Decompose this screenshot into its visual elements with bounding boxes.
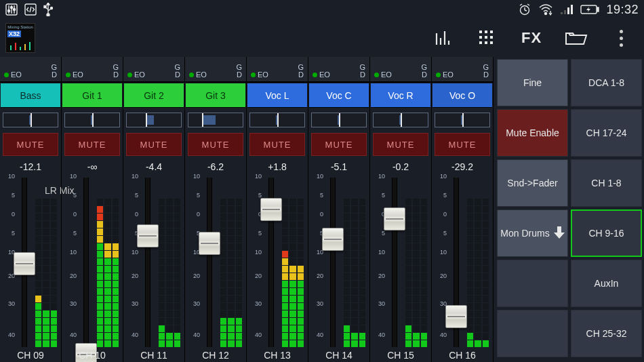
pan-indicator[interactable] [126,113,182,127]
svg-line-8 [30,7,31,12]
side-empty-1[interactable] [497,260,568,307]
fader-area: 1050510203040CH 11 [126,174,182,362]
fader-track[interactable] [83,178,89,347]
svg-rect-38 [485,41,487,44]
channel-name-plate[interactable]: Git 3 [186,83,245,108]
side-mon-drums[interactable]: Mon Drums [497,209,568,257]
mute-button[interactable]: MUTE [311,133,367,156]
wifi-icon [538,3,553,16]
fader-area: 1050510203040CH 09 [3,174,58,362]
eq-gate-indicator[interactable]: EO GD [123,57,184,83]
eq-gate-indicator[interactable]: EO GD [0,57,61,83]
svg-rect-34 [479,36,482,39]
svg-point-2 [8,10,10,12]
channel-number-label: CH 11 [126,348,182,362]
channel-name-plate[interactable]: Voc O [432,83,492,108]
channel-number-label: CH 09 [3,348,58,362]
svg-rect-35 [485,36,487,39]
side-fine[interactable]: Fine [497,59,568,106]
svg-rect-31 [479,31,482,33]
channel-number-label: CH 12 [188,348,243,362]
fader-db-readout: -5.1 [308,160,369,174]
channel-name-plate[interactable]: Git 2 [124,83,184,108]
fader-area: 1050510203040CH 12 [188,174,243,362]
sliders-icon [5,3,18,16]
arrow-down-icon [554,226,565,241]
mute-button[interactable]: MUTE [126,133,182,156]
side-mute-enable[interactable]: Mute Enable [497,109,568,157]
eq-gate-indicator[interactable]: EO GD [308,57,369,83]
fader-db-readout: -4.4 [123,160,184,174]
fader-area: 1050510203040CH 15 [373,174,428,362]
side-ch-1-8[interactable]: CH 1-8 [571,159,642,207]
fader-area: 1050510203040CH 14 [311,174,367,362]
channel-number-label: CH 10 [64,348,120,362]
fx-button[interactable]: FX [514,23,549,53]
eq-gate-indicator[interactable]: EO GD [62,57,123,83]
fader-knob[interactable] [14,252,35,275]
pan-indicator[interactable] [249,113,305,127]
svg-marker-26 [586,7,590,12]
level-meters [344,178,365,347]
overflow-menu-icon[interactable] [603,23,639,53]
channel-name-plate[interactable]: Git 1 [62,83,122,108]
fader-knob[interactable] [322,228,344,251]
mute-button[interactable]: MUTE [188,133,243,156]
side-ch-9-16[interactable]: CH 9-16 [571,209,642,257]
eq-led-icon [127,73,132,77]
side-empty-2[interactable] [497,310,568,357]
mute-button[interactable]: MUTE [64,133,120,156]
channel-number-label: CH 16 [435,348,490,362]
fader-track[interactable] [392,178,397,347]
channel-name-plate[interactable]: Voc R [371,83,430,108]
pan-indicator[interactable] [64,113,120,127]
channel-strip-12: EO GDGit 3MUTE-6.21050510203040CH 12 [185,57,247,362]
mute-button[interactable]: MUTE [373,133,428,156]
fader-track[interactable] [207,178,212,347]
fader-db-readout: -12.1 [0,160,61,174]
fader-knob[interactable] [260,198,282,221]
folder-icon[interactable] [559,23,594,53]
keypad-icon[interactable] [469,23,504,53]
channel-strip-10: EO GDGit 1MUTE-∞1050510203040CH 10 [62,57,123,362]
side-auxin[interactable]: AuxIn [571,260,642,307]
channel-name-plate[interactable]: Voc C [309,83,369,108]
side-ch-25-32[interactable]: CH 25-32 [571,310,642,357]
eq-led-icon [66,73,71,77]
fader-db-readout: -∞ [62,160,123,174]
eq-gate-indicator[interactable]: EO GD [247,57,308,83]
pan-indicator[interactable] [311,113,367,127]
pan-indicator[interactable] [435,113,490,127]
svg-rect-22 [567,7,569,14]
svg-rect-40 [557,226,561,233]
side-snd-fader[interactable]: Snd->Fader [497,159,568,207]
fader-knob[interactable] [384,207,405,230]
channel-name-plate[interactable]: Bass [1,83,60,108]
eq-gate-indicator[interactable]: EO GD [432,57,493,83]
eq-gate-indicator[interactable]: EO GD [185,57,246,83]
eq-led-icon [313,73,317,77]
channel-strip-14: EO GDVoc CMUTE-5.11050510203040CH 14 [308,57,370,362]
pan-indicator[interactable] [188,113,243,127]
fader-area: 1050510203040CH 16 [435,174,490,362]
side-ch-17-24[interactable]: CH 17-24 [571,109,642,157]
mute-button[interactable]: MUTE [435,133,490,156]
eq-gate-indicator[interactable]: EO GD [370,57,431,83]
side-dca-1-8[interactable]: DCA 1-8 [571,59,642,106]
pan-indicator[interactable] [3,113,58,127]
app-icon[interactable]: Mixing Station X32 [5,23,35,53]
mute-button[interactable]: MUTE [3,133,58,156]
channel-strip-13: EO GDVoc LMUTE+1.81050510203040CH 13 [247,57,308,362]
fader-knob[interactable] [445,305,467,328]
clock: 19:32 [606,3,639,17]
svg-point-19 [545,13,547,15]
fader-knob[interactable] [137,224,159,247]
channel-name-plate[interactable]: Voc L [247,83,307,108]
mute-button[interactable]: MUTE [249,133,305,156]
level-meters [35,178,57,347]
fader-knob[interactable] [199,232,220,255]
pan-indicator[interactable] [373,113,428,127]
fader-track[interactable] [330,178,336,347]
levels-icon[interactable] [424,23,460,53]
fader-track[interactable] [145,178,150,347]
